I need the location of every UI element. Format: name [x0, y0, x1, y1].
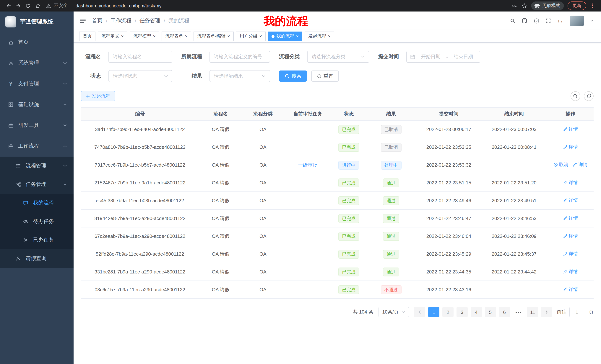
- tab-item[interactable]: 流程表单×: [161, 31, 191, 41]
- sidebar-item-payment[interactable]: ¥支付管理: [0, 74, 74, 94]
- page-button[interactable]: 4: [471, 307, 482, 317]
- browser-home-icon[interactable]: [33, 1, 42, 10]
- sidebar-item-leave-query[interactable]: 请假查询: [0, 249, 74, 268]
- chevron-left-icon: [419, 309, 421, 315]
- update-button[interactable]: 更新: [568, 1, 586, 10]
- goto-label: 前往: [557, 309, 566, 315]
- detail-action-link[interactable]: 详情: [563, 233, 578, 239]
- tab-close-icon[interactable]: ×: [328, 34, 331, 38]
- process-definition-input[interactable]: 请输入流程定义的编号: [210, 51, 270, 63]
- header-search-icon[interactable]: [510, 18, 515, 23]
- help-icon[interactable]: ?: [534, 18, 539, 24]
- tab-item[interactable]: 用户分组×: [236, 31, 266, 41]
- app-logo[interactable]: 芋道管理系统: [0, 11, 74, 32]
- detail-action-link[interactable]: 详情: [573, 162, 588, 168]
- status-select[interactable]: 请选择状态: [109, 70, 172, 82]
- key-icon[interactable]: [510, 1, 519, 10]
- page-button[interactable]: 2: [442, 307, 453, 317]
- table-refresh-button[interactable]: [584, 91, 594, 101]
- sidebar-item-my-process[interactable]: 我的流程: [0, 194, 74, 212]
- reload-icon[interactable]: [23, 1, 33, 10]
- sidebar-item-system[interactable]: 系统管理: [0, 53, 74, 74]
- tab-item[interactable]: 流程定义×: [98, 31, 127, 41]
- tab-item[interactable]: 流程模型×: [130, 31, 159, 41]
- end-date-placeholder: 结束日期: [450, 53, 477, 60]
- eye-icon: [22, 219, 29, 224]
- tab-close-icon[interactable]: ×: [296, 34, 299, 38]
- sidebar-item-devtools[interactable]: 研发工具: [0, 115, 74, 136]
- tab-close-icon[interactable]: ×: [185, 34, 188, 38]
- breadcrumb-item[interactable]: 任务管理: [140, 18, 160, 24]
- process-definition-label: 所属流程: [181, 53, 202, 60]
- bookmark-star-icon[interactable]: [519, 1, 529, 10]
- sidebar-item-done-tasks[interactable]: 已办任务: [0, 231, 74, 249]
- edit-icon: [563, 287, 568, 292]
- tab-close-icon[interactable]: ×: [153, 34, 156, 38]
- category-select[interactable]: 请选择流程分类: [307, 51, 369, 63]
- detail-action-link[interactable]: 详情: [563, 269, 578, 275]
- next-page-button[interactable]: [541, 307, 552, 317]
- process-name-input[interactable]: 请输入流程名: [109, 51, 172, 63]
- page-size-select[interactable]: 10条/页: [379, 307, 409, 317]
- result-select[interactable]: 请选择流结果: [210, 70, 270, 82]
- page-button[interactable]: 5: [485, 307, 496, 317]
- sidebar-item-todo-tasks[interactable]: 待办任务: [0, 212, 74, 231]
- sidebar-item-infra[interactable]: 基础设施: [0, 94, 74, 115]
- detail-action-link[interactable]: 详情: [563, 180, 578, 186]
- browser-menu-icon[interactable]: [588, 1, 597, 10]
- page-button[interactable]: 11: [527, 307, 538, 317]
- sidebar-item-workflow[interactable]: 工作流程: [0, 136, 74, 157]
- sidebar-item-task-mgmt[interactable]: 任务管理: [0, 175, 74, 194]
- detail-action-link[interactable]: 详情: [563, 126, 578, 133]
- chevron-down-icon: [361, 56, 365, 58]
- current-task-link[interactable]: 一级审批: [298, 162, 317, 168]
- table-cell: 3ad174fb-7b9d-11ec-8404-acde48001122: [81, 120, 199, 138]
- github-icon[interactable]: [521, 18, 527, 24]
- table-cell: 已完成: [332, 120, 365, 138]
- forward-icon[interactable]: [13, 1, 23, 10]
- font-size-icon[interactable]: TT: [557, 18, 563, 24]
- prev-page-button[interactable]: [414, 307, 425, 317]
- detail-action-link[interactable]: 详情: [563, 287, 578, 293]
- tab-close-icon[interactable]: ×: [227, 34, 230, 38]
- search-button[interactable]: 搜索: [279, 70, 307, 82]
- pages-ellipsis[interactable]: •••: [513, 309, 524, 315]
- back-icon[interactable]: [4, 1, 13, 10]
- page-button[interactable]: 1: [428, 307, 440, 317]
- detail-action-link[interactable]: 详情: [563, 215, 578, 221]
- avatar-caret-icon[interactable]: [590, 20, 594, 22]
- detail-action-link[interactable]: 详情: [563, 251, 578, 257]
- sidebar-item-process-mgmt[interactable]: 流程管理: [0, 157, 74, 175]
- page-button[interactable]: 6: [499, 307, 510, 317]
- submit-time-range-input[interactable]: 开始日期 - 结束日期: [406, 51, 480, 63]
- hamburger-icon[interactable]: [80, 18, 86, 24]
- goto-page-input[interactable]: 1: [570, 307, 584, 317]
- detail-action-link[interactable]: 详情: [563, 197, 578, 204]
- sidebar-item-home[interactable]: 首页: [0, 32, 74, 53]
- breadcrumb-item[interactable]: 工作流程: [111, 18, 131, 24]
- action-label: 详情: [569, 287, 578, 293]
- tab-close-icon[interactable]: ×: [121, 34, 124, 38]
- user-avatar[interactable]: [570, 16, 584, 26]
- page-button[interactable]: 3: [457, 307, 468, 317]
- tab-close-icon[interactable]: ×: [259, 34, 262, 38]
- chevron-down-icon: [63, 124, 67, 126]
- create-process-button[interactable]: 发起流程: [81, 91, 115, 101]
- tab-item[interactable]: 我的流程×: [268, 31, 302, 41]
- toggle-search-button[interactable]: [571, 91, 580, 101]
- table-cell: OA: [242, 245, 283, 263]
- tab-item[interactable]: 发起流程×: [305, 31, 334, 41]
- table-cell: 通过: [366, 174, 417, 192]
- action-label: 详情: [569, 126, 578, 133]
- tab-item[interactable]: 流程表单-编辑×: [193, 31, 234, 41]
- breadcrumb-item[interactable]: 首页: [92, 18, 102, 24]
- tab-item[interactable]: 首页: [79, 31, 95, 41]
- fullscreen-icon[interactable]: [546, 18, 551, 23]
- status-tag: 已完成: [338, 214, 359, 223]
- address-bar[interactable]: 不安全 dashboard.yudao.iocoder.cn/bpm/task/…: [46, 3, 506, 9]
- cancel-action-link[interactable]: 取消: [553, 162, 568, 168]
- table-cell: OA 请假: [199, 245, 242, 263]
- reset-button[interactable]: 重置: [311, 70, 339, 82]
- tab-label: 用户分组: [240, 33, 257, 39]
- detail-action-link[interactable]: 详情: [563, 144, 578, 150]
